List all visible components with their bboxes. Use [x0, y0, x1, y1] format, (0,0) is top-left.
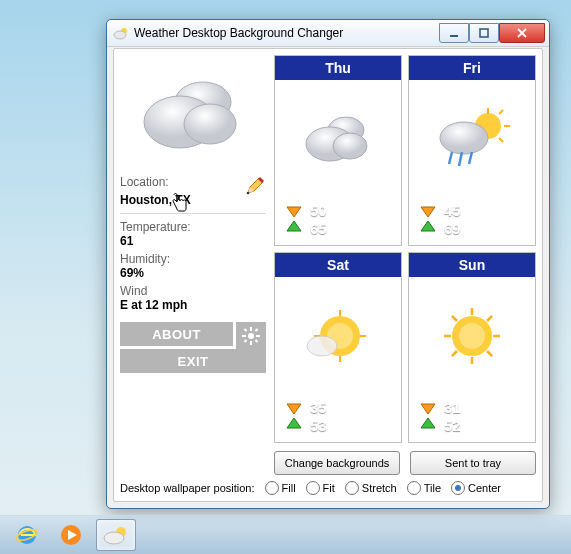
radio-label: Center	[468, 482, 501, 494]
svg-marker-53	[421, 418, 435, 428]
about-button[interactable]: ABOUT	[120, 322, 233, 346]
current-panel: Location: Houston, TX Temperature: 61 Hu…	[120, 55, 266, 475]
svg-rect-16	[244, 339, 248, 343]
taskbar-app-icon[interactable]	[96, 519, 136, 551]
radio-label: Tile	[424, 482, 441, 494]
humidity-value: 69%	[120, 266, 266, 280]
temperature-value: 61	[120, 234, 266, 248]
svg-marker-40	[287, 404, 301, 414]
forecast-high: 53	[285, 416, 391, 434]
svg-line-51	[452, 351, 457, 356]
forecast-grid: Thu5065Fri4569Sat3553Sun3152	[274, 55, 536, 443]
cursor-hand-icon	[170, 193, 188, 216]
close-button[interactable]	[499, 23, 545, 43]
svg-marker-20	[287, 207, 301, 217]
minimize-button[interactable]	[439, 23, 469, 43]
current-weather-icon	[120, 55, 266, 175]
radio-stretch[interactable]: Stretch	[345, 481, 397, 495]
svg-point-6	[184, 104, 236, 144]
svg-point-19	[333, 133, 367, 159]
svg-marker-21	[287, 221, 301, 231]
svg-marker-41	[287, 418, 301, 428]
svg-line-28	[449, 152, 452, 164]
svg-point-8	[248, 333, 254, 339]
wind-value: E at 12 mph	[120, 298, 266, 312]
forecast-weather-icon	[275, 277, 401, 395]
temperature-label: Temperature:	[120, 220, 266, 234]
radio-dot-icon	[407, 481, 421, 495]
change-backgrounds-button[interactable]: Change backgrounds	[274, 451, 400, 475]
svg-marker-52	[421, 404, 435, 414]
humidity-label: Humidity:	[120, 252, 266, 266]
svg-point-27	[440, 122, 488, 154]
svg-point-39	[307, 336, 337, 356]
svg-point-59	[104, 532, 124, 544]
radio-dot-icon	[306, 481, 320, 495]
settings-button[interactable]	[236, 322, 266, 349]
radio-label: Fill	[282, 482, 296, 494]
forecast-high: 52	[419, 416, 525, 434]
radio-dot-icon	[345, 481, 359, 495]
svg-line-25	[499, 110, 503, 114]
forecast-day: Thu	[275, 56, 401, 80]
edit-location-icon[interactable]	[244, 175, 266, 200]
forecast-card-thu: Thu5065	[274, 55, 402, 246]
svg-rect-11	[242, 335, 246, 337]
forecast-card-sat: Sat3553	[274, 252, 402, 443]
wallpaper-position-group: FillFitStretchTileCenter	[265, 481, 502, 495]
svg-line-26	[499, 138, 503, 142]
svg-rect-13	[244, 328, 248, 332]
forecast-day: Sat	[275, 253, 401, 277]
forecast-low: 45	[419, 201, 525, 219]
svg-point-43	[459, 323, 485, 349]
forecast-low: 50	[285, 201, 391, 219]
radio-label: Fit	[323, 482, 335, 494]
app-icon	[113, 25, 129, 41]
forecast-day: Fri	[409, 56, 535, 80]
taskbar-ie-icon[interactable]	[8, 520, 46, 550]
svg-rect-14	[255, 339, 259, 343]
titlebar[interactable]: Weather Desktop Background Changer	[107, 20, 549, 47]
wallpaper-position-label: Desktop wallpaper position:	[120, 482, 255, 494]
svg-marker-31	[421, 207, 435, 217]
client-area: Location: Houston, TX Temperature: 61 Hu…	[113, 48, 543, 502]
taskbar-media-icon[interactable]	[52, 520, 90, 550]
radio-fit[interactable]: Fit	[306, 481, 335, 495]
radio-tile[interactable]: Tile	[407, 481, 441, 495]
window-title: Weather Desktop Background Changer	[134, 26, 439, 40]
forecast-high: 65	[285, 219, 391, 237]
svg-line-50	[487, 316, 492, 321]
svg-rect-15	[255, 328, 259, 332]
svg-rect-10	[250, 341, 252, 345]
svg-rect-2	[450, 35, 458, 37]
forecast-card-fri: Fri4569	[408, 55, 536, 246]
svg-point-7	[247, 192, 250, 195]
radio-fill[interactable]: Fill	[265, 481, 296, 495]
radio-center[interactable]: Center	[451, 481, 501, 495]
svg-marker-32	[421, 221, 435, 231]
forecast-low: 31	[419, 398, 525, 416]
exit-button[interactable]: EXIT	[120, 349, 266, 373]
forecast-day: Sun	[409, 253, 535, 277]
svg-rect-9	[250, 327, 252, 331]
app-window: Weather Desktop Background Changer	[106, 19, 550, 509]
forecast-weather-icon	[409, 80, 535, 198]
svg-rect-3	[480, 29, 488, 37]
taskbar[interactable]	[0, 515, 571, 554]
forecast-high: 69	[419, 219, 525, 237]
forecast-weather-icon	[275, 80, 401, 198]
forecast-weather-icon	[409, 277, 535, 395]
forecast-card-sun: Sun3152	[408, 252, 536, 443]
maximize-button[interactable]	[469, 23, 499, 43]
radio-label: Stretch	[362, 482, 397, 494]
send-to-tray-button[interactable]: Sent to tray	[410, 451, 536, 475]
svg-line-48	[452, 316, 457, 321]
forecast-low: 35	[285, 398, 391, 416]
radio-dot-icon	[451, 481, 465, 495]
svg-point-1	[114, 31, 126, 39]
svg-line-49	[487, 351, 492, 356]
wind-label: Wind	[120, 284, 266, 298]
radio-dot-icon	[265, 481, 279, 495]
location-label: Location:	[120, 175, 191, 189]
svg-rect-12	[256, 335, 260, 337]
